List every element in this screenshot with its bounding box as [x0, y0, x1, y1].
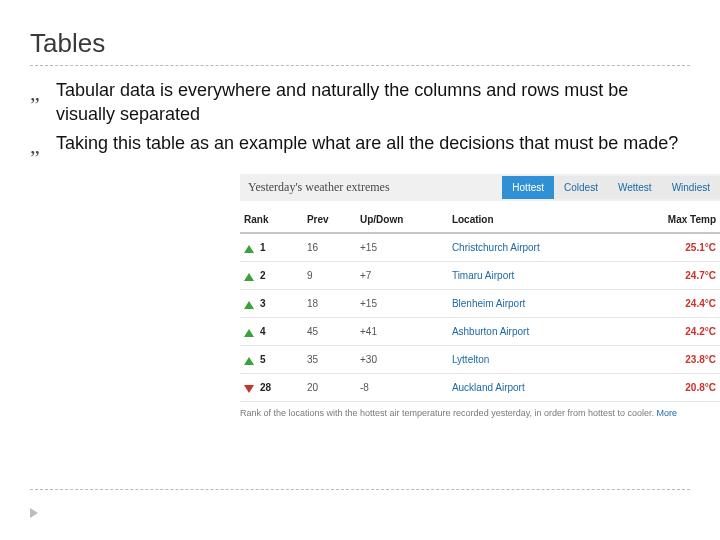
cell-rank: 2 — [240, 262, 303, 290]
bullet-item: „ Taking this table as an example what a… — [30, 131, 690, 161]
cell-prev: 16 — [303, 233, 356, 262]
panel-header: Yesterday's weather extremes Hottest Col… — [240, 174, 720, 201]
cell-updown: -8 — [356, 374, 448, 402]
bullet-item: „ Tabular data is everywhere and natural… — [30, 78, 690, 127]
cell-rank: 5 — [240, 346, 303, 374]
cell-rank: 3 — [240, 290, 303, 318]
col-prev: Prev — [303, 207, 356, 233]
tab-windiest[interactable]: Windiest — [662, 176, 720, 199]
rank-value: 5 — [260, 354, 266, 365]
bullet-text: Taking this table as an example what are… — [56, 131, 690, 161]
table-header-row: Rank Prev Up/Down Location Max Temp — [240, 207, 720, 233]
cell-location[interactable]: Blenheim Airport — [448, 290, 620, 318]
triangle-up-icon — [244, 273, 254, 281]
triangle-up-icon — [244, 357, 254, 365]
cell-temp: 23.8°C — [619, 346, 720, 374]
cell-updown: +15 — [356, 233, 448, 262]
cell-updown: +15 — [356, 290, 448, 318]
cell-location[interactable]: Auckland Airport — [448, 374, 620, 402]
rank-value: 1 — [260, 242, 266, 253]
slide: Tables „ Tabular data is everywhere and … — [0, 0, 720, 540]
table-caption: Rank of the locations with the hottest a… — [240, 408, 720, 418]
bullet-glyph: „ — [30, 78, 56, 127]
table-row: 2 9 +7 Timaru Airport 24.7°C — [240, 262, 720, 290]
triangle-up-icon — [244, 301, 254, 309]
cell-prev: 20 — [303, 374, 356, 402]
cell-rank: 28 — [240, 374, 303, 402]
bullet-text: Tabular data is everywhere and naturally… — [56, 78, 690, 127]
table-row: 1 16 +15 Christchurch Airport 25.1°C — [240, 233, 720, 262]
col-updown: Up/Down — [356, 207, 448, 233]
caption-text: Rank of the locations with the hottest a… — [240, 408, 654, 418]
tab-wettest[interactable]: Wettest — [608, 176, 662, 199]
cell-updown: +41 — [356, 318, 448, 346]
rank-value: 28 — [260, 382, 271, 393]
cell-location[interactable]: Timaru Airport — [448, 262, 620, 290]
cell-updown: +7 — [356, 262, 448, 290]
col-maxtemp: Max Temp — [619, 207, 720, 233]
table-row: 4 45 +41 Ashburton Airport 24.2°C — [240, 318, 720, 346]
cell-temp: 20.8°C — [619, 374, 720, 402]
triangle-down-icon — [244, 385, 254, 393]
weather-table: Rank Prev Up/Down Location Max Temp 1 16… — [240, 207, 720, 402]
slide-title: Tables — [30, 28, 690, 59]
tab-coldest[interactable]: Coldest — [554, 176, 608, 199]
col-rank: Rank — [240, 207, 303, 233]
cell-prev: 18 — [303, 290, 356, 318]
triangle-up-icon — [244, 329, 254, 337]
panel-title: Yesterday's weather extremes — [240, 174, 502, 201]
tab-strip: Hottest Coldest Wettest Windiest — [502, 176, 720, 199]
rank-value: 2 — [260, 270, 266, 281]
table-row: 28 20 -8 Auckland Airport 20.8°C — [240, 374, 720, 402]
divider-top — [30, 65, 690, 66]
cell-rank: 1 — [240, 233, 303, 262]
cell-prev: 45 — [303, 318, 356, 346]
cell-temp: 24.2°C — [619, 318, 720, 346]
table-row: 5 35 +30 Lyttelton 23.8°C — [240, 346, 720, 374]
divider-bottom — [30, 489, 690, 490]
cell-updown: +30 — [356, 346, 448, 374]
triangle-up-icon — [244, 245, 254, 253]
slide-footer — [30, 485, 690, 522]
cell-location[interactable]: Lyttelton — [448, 346, 620, 374]
cell-prev: 35 — [303, 346, 356, 374]
table-body: 1 16 +15 Christchurch Airport 25.1°C 2 9… — [240, 233, 720, 402]
cell-temp: 24.7°C — [619, 262, 720, 290]
tab-hottest[interactable]: Hottest — [502, 176, 554, 199]
cell-location[interactable]: Ashburton Airport — [448, 318, 620, 346]
more-link[interactable]: More — [657, 408, 678, 418]
cell-location[interactable]: Christchurch Airport — [448, 233, 620, 262]
col-location: Location — [448, 207, 620, 233]
cell-temp: 25.1°C — [619, 233, 720, 262]
footer-marker-icon — [30, 508, 38, 518]
example-table-panel: Yesterday's weather extremes Hottest Col… — [240, 174, 720, 418]
table-row: 3 18 +15 Blenheim Airport 24.4°C — [240, 290, 720, 318]
rank-value: 4 — [260, 326, 266, 337]
bullet-glyph: „ — [30, 131, 56, 161]
rank-value: 3 — [260, 298, 266, 309]
cell-prev: 9 — [303, 262, 356, 290]
bullet-list: „ Tabular data is everywhere and natural… — [30, 78, 690, 160]
cell-temp: 24.4°C — [619, 290, 720, 318]
cell-rank: 4 — [240, 318, 303, 346]
